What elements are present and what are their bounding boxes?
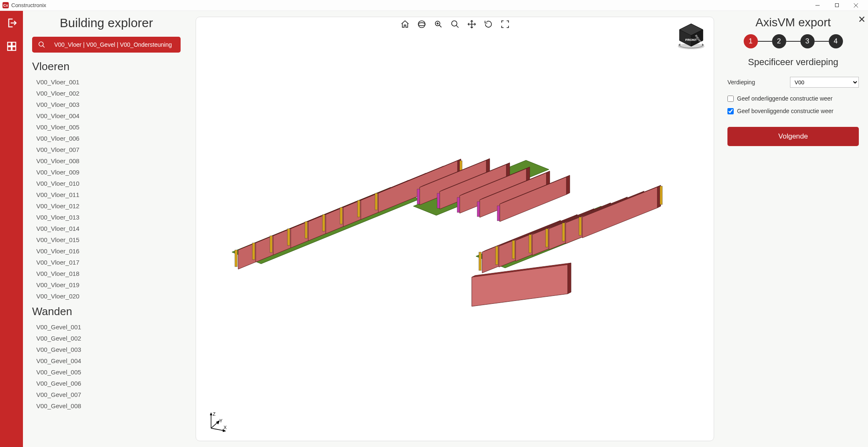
floor-label: Verdieping <box>727 79 790 86</box>
explorer-item[interactable]: V00_Gevel_001 <box>32 321 181 333</box>
export-panel: ✕ AxisVM export 1 2 3 4 Specificeer verd… <box>720 11 868 447</box>
svg-point-8 <box>39 42 43 46</box>
svg-rect-71 <box>340 207 342 224</box>
explorer-item[interactable]: V00_Vloer_005 <box>32 121 181 133</box>
svg-rect-108 <box>479 252 481 270</box>
exit-button[interactable] <box>5 17 18 29</box>
explorer-search[interactable]: V00_Vloer | V00_Gevel | V00_Ondersteunin… <box>32 37 181 53</box>
explorer-item[interactable]: V00_Vloer_006 <box>32 133 181 144</box>
explorer-item[interactable]: V00_Vloer_009 <box>32 167 181 178</box>
explorer-item[interactable]: V00_Vloer_001 <box>32 76 181 88</box>
group-title: Wanden <box>32 305 181 318</box>
group-title: Vloeren <box>32 60 181 73</box>
svg-rect-5 <box>12 42 16 46</box>
explorer-item[interactable]: V00_Gevel_002 <box>32 333 181 344</box>
viewport-3d[interactable]: FRONT RIGHT Z X Y <box>196 17 714 441</box>
explorer-item[interactable]: V00_Vloer_016 <box>32 245 181 257</box>
svg-rect-66 <box>322 215 325 231</box>
side-rail <box>0 11 23 447</box>
building-model <box>209 148 701 327</box>
check-above[interactable] <box>727 108 734 114</box>
svg-rect-118 <box>512 240 515 259</box>
svg-rect-7 <box>12 47 16 51</box>
step-1[interactable]: 1 <box>744 34 758 48</box>
svg-rect-103 <box>497 206 500 221</box>
explorer-item[interactable]: V00_Vloer_007 <box>32 144 181 155</box>
explorer-item[interactable]: V00_Gevel_008 <box>32 400 181 412</box>
explorer-item[interactable]: V00_Gevel_005 <box>32 366 181 378</box>
svg-rect-46 <box>252 243 255 260</box>
svg-rect-138 <box>579 217 581 235</box>
svg-marker-141 <box>568 263 571 294</box>
svg-rect-4 <box>8 42 11 46</box>
explorer-item[interactable]: V00_Vloer_012 <box>32 200 181 212</box>
explorer-item[interactable]: V00_Vloer_002 <box>32 88 181 99</box>
step-2[interactable]: 2 <box>772 34 786 48</box>
svg-marker-137 <box>582 187 657 238</box>
scene-3d <box>196 17 714 441</box>
export-subtitle: Specificeer verdieping <box>727 57 859 68</box>
svg-rect-139 <box>660 186 662 205</box>
app-icon: Cx <box>3 2 9 8</box>
explorer-item[interactable]: V00_Vloer_004 <box>32 110 181 121</box>
explorer-item[interactable]: V00_Vloer_011 <box>32 189 181 200</box>
explorer-item[interactable]: V00_Gevel_007 <box>32 389 181 400</box>
explorer-item[interactable]: V00_Vloer_018 <box>32 268 181 279</box>
svg-rect-113 <box>496 246 498 265</box>
floor-select[interactable]: V00 <box>790 77 859 88</box>
svg-rect-81 <box>375 193 377 210</box>
svg-rect-91 <box>437 193 440 208</box>
next-button[interactable]: Volgende <box>727 127 859 146</box>
explorer-item[interactable]: V00_Vloer_017 <box>32 257 181 268</box>
check-below-label: Geef onderliggende constructie weer <box>737 95 833 102</box>
svg-rect-41 <box>235 250 237 267</box>
svg-rect-61 <box>305 222 307 238</box>
export-title: AxisVM export <box>727 16 859 29</box>
explorer-item[interactable]: V00_Gevel_006 <box>32 378 181 389</box>
search-icon <box>38 41 45 48</box>
explorer-item[interactable]: V00_Vloer_010 <box>32 178 181 189</box>
svg-rect-87 <box>417 189 420 204</box>
svg-rect-99 <box>477 202 480 217</box>
svg-rect-76 <box>357 200 360 217</box>
svg-rect-123 <box>529 235 531 253</box>
svg-line-9 <box>43 45 45 48</box>
svg-rect-1 <box>835 4 838 7</box>
explorer-item[interactable]: V00_Vloer_013 <box>32 212 181 223</box>
building-explorer-panel: Building explorer V00_Vloer | V00_Gevel … <box>23 11 190 447</box>
step-4[interactable]: 4 <box>829 34 843 48</box>
explorer-search-text: V00_Vloer | V00_Gevel | V00_Ondersteunin… <box>51 41 175 48</box>
step-3[interactable]: 3 <box>800 34 815 48</box>
explorer-item[interactable]: V00_Gevel_003 <box>32 344 181 355</box>
svg-rect-133 <box>562 223 565 241</box>
explorer-item[interactable]: V00_Vloer_019 <box>32 279 181 290</box>
export-close-button[interactable]: ✕ <box>858 14 865 25</box>
explorer-item[interactable]: V00_Gevel_004 <box>32 355 181 366</box>
window-close-button[interactable] <box>846 0 865 11</box>
layout-button[interactable] <box>5 40 18 53</box>
window-maximize-button[interactable] <box>827 0 846 11</box>
svg-marker-101 <box>566 175 570 194</box>
explorer-item[interactable]: V00_Vloer_014 <box>32 223 181 234</box>
explorer-item[interactable]: V00_Vloer_008 <box>32 155 181 167</box>
window-minimize-button[interactable] <box>808 0 827 11</box>
svg-rect-95 <box>457 197 460 212</box>
svg-rect-128 <box>546 229 548 247</box>
stepper: 1 2 3 4 <box>727 34 859 48</box>
app-title: Constructronix <box>11 2 46 8</box>
explorer-item[interactable]: V00_Vloer_020 <box>32 290 181 302</box>
explorer-item[interactable]: V00_Vloer_015 <box>32 234 181 245</box>
check-below[interactable] <box>727 96 734 102</box>
check-above-label: Geef bovenliggende constructie weer <box>737 108 833 114</box>
titlebar: Cx Constructronix <box>0 0 868 11</box>
svg-rect-56 <box>287 229 290 245</box>
svg-rect-51 <box>270 236 272 253</box>
svg-rect-6 <box>8 47 11 51</box>
explorer-item[interactable]: V00_Vloer_003 <box>32 99 181 110</box>
explorer-title: Building explorer <box>32 16 181 30</box>
